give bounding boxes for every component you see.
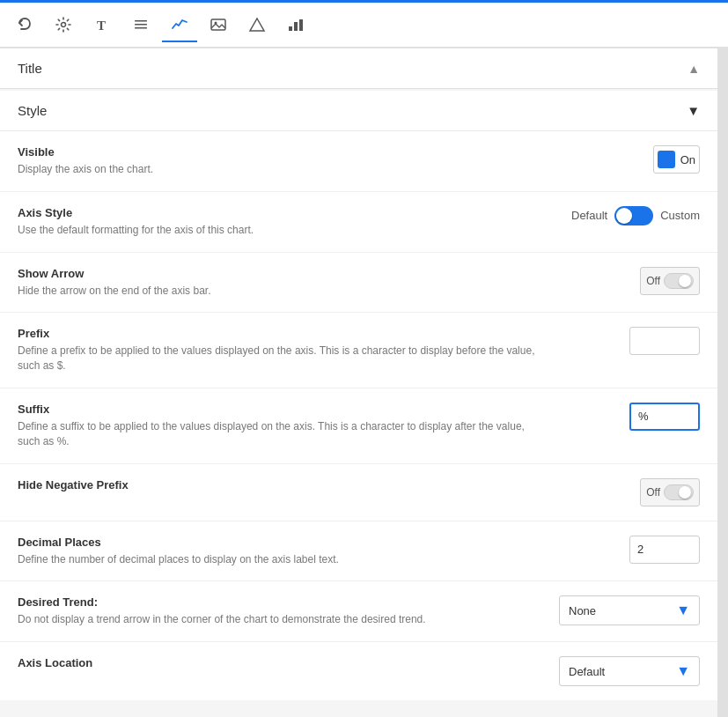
prefix-setting-left: Prefix Define a prefix to be applied to … xyxy=(18,327,546,373)
axis-style-setting-left: Axis Style Use the default formatting fo… xyxy=(18,206,546,238)
suffix-label: Suffix xyxy=(18,403,546,416)
visible-on-indicator xyxy=(658,151,675,168)
svg-rect-5 xyxy=(211,19,225,30)
decimal-places-input[interactable] xyxy=(629,536,700,564)
suffix-setting-row: Suffix Define a suffix to be applied to … xyxy=(0,388,717,464)
style-section-label: Style xyxy=(18,103,47,118)
show-arrow-setting-left: Show Arrow Hide the arrow on the end of … xyxy=(18,267,546,299)
show-arrow-desc: Hide the arrow on the end of the axis ba… xyxy=(18,284,546,299)
svg-rect-9 xyxy=(294,22,298,31)
suffix-desc: Define a suffix to be applied to the val… xyxy=(18,419,546,449)
title-chevron: ▲ xyxy=(688,62,700,76)
prefix-setting-right xyxy=(621,327,700,355)
axis-style-desc: Use the default formatting for the axis … xyxy=(18,223,546,238)
axis-style-pill-knob xyxy=(616,208,632,224)
settings-button[interactable] xyxy=(46,7,81,42)
hide-negative-prefix-off-text: Off xyxy=(646,486,660,499)
chart-bar-button[interactable] xyxy=(278,7,313,42)
axis-style-toggle[interactable]: Default Custom xyxy=(571,206,700,225)
svg-rect-3 xyxy=(135,24,147,26)
visible-toggle[interactable]: On xyxy=(653,145,700,174)
axis-location-value: Default xyxy=(569,665,605,678)
hide-negative-prefix-label: Hide Negative Prefix xyxy=(18,478,546,492)
shape-button[interactable] xyxy=(239,7,275,42)
axis-location-arrow-icon: ▼ xyxy=(676,663,690,679)
suffix-setting-left: Suffix Define a suffix to be applied to … xyxy=(18,403,546,449)
hide-negative-prefix-setting-left: Hide Negative Prefix xyxy=(18,478,546,495)
prefix-desc: Define a prefix to be applied to the val… xyxy=(18,344,546,373)
desired-trend-setting-row: Desired Trend: Do not display a trend ar… xyxy=(0,581,717,642)
visible-label: Visible xyxy=(18,145,546,159)
desired-trend-desc: Do not display a trend arrow in the corn… xyxy=(18,612,546,627)
visible-setting-left: Visible Display the axis on the chart. xyxy=(18,145,546,177)
style-section-header[interactable]: Style ▼ xyxy=(0,91,717,131)
toolbar: T xyxy=(0,3,728,48)
axis-style-label: Axis Style xyxy=(18,206,546,219)
desired-trend-value: None xyxy=(569,604,596,617)
hide-negative-prefix-toggle[interactable]: Off xyxy=(640,478,700,506)
title-section-label: Title xyxy=(18,61,42,76)
suffix-setting-right xyxy=(621,403,700,431)
visible-desc: Display the axis on the chart. xyxy=(18,162,546,177)
axis-style-setting-right: Default Custom xyxy=(571,206,700,225)
decimal-places-setting-row: Decimal Places Define the number of deci… xyxy=(0,521,717,582)
desired-trend-setting-right: None ▼ xyxy=(559,595,700,625)
hide-negative-prefix-mini-toggle[interactable] xyxy=(664,484,694,500)
axis-location-label: Axis Location xyxy=(18,656,546,669)
axis-location-dropdown[interactable]: Default ▼ xyxy=(559,656,700,686)
axis-location-setting-row: Axis Location Default ▼ xyxy=(0,642,717,700)
visible-setting-row: Visible Display the axis on the chart. O… xyxy=(0,131,717,192)
prefix-input[interactable] xyxy=(629,327,700,355)
hide-negative-prefix-setting-row: Hide Negative Prefix Off xyxy=(0,464,717,521)
desired-trend-dropdown[interactable]: None ▼ xyxy=(559,595,700,625)
show-arrow-setting-row: Show Arrow Hide the arrow on the end of … xyxy=(0,253,717,314)
svg-text:T: T xyxy=(97,18,106,33)
svg-rect-4 xyxy=(135,27,147,29)
desired-trend-setting-left: Desired Trend: Do not display a trend ar… xyxy=(18,595,546,627)
axis-style-custom-label: Custom xyxy=(660,209,700,222)
desired-trend-arrow-icon: ▼ xyxy=(676,602,690,618)
svg-rect-10 xyxy=(299,19,303,31)
show-arrow-mini-knob xyxy=(679,275,691,287)
style-chevron: ▼ xyxy=(687,103,700,118)
show-arrow-off-text: Off xyxy=(646,275,660,287)
svg-rect-8 xyxy=(289,26,292,31)
visible-setting-right: On xyxy=(621,145,700,174)
text-button[interactable]: T xyxy=(85,7,120,42)
desired-trend-label: Desired Trend: xyxy=(18,595,546,609)
svg-rect-2 xyxy=(135,20,147,22)
show-arrow-toggle[interactable]: Off xyxy=(640,267,700,295)
axis-style-setting-row: Axis Style Use the default formatting fo… xyxy=(0,192,717,253)
scrollbar[interactable] xyxy=(717,48,728,717)
hide-negative-prefix-setting-right: Off xyxy=(621,478,700,506)
decimal-places-setting-left: Decimal Places Define the number of deci… xyxy=(18,536,546,567)
main-content: Title ▲ Style ▼ Visible Display the axis… xyxy=(0,48,728,717)
title-section-header[interactable]: Title ▲ xyxy=(0,48,717,89)
visible-on-text: On xyxy=(680,153,695,166)
axis-style-pill-toggle[interactable] xyxy=(614,206,653,225)
axis-style-default-label: Default xyxy=(571,209,607,222)
svg-point-0 xyxy=(62,23,66,27)
axis-location-setting-right: Default ▼ xyxy=(559,656,700,686)
hide-negative-prefix-mini-knob xyxy=(679,486,691,499)
show-arrow-mini-toggle[interactable] xyxy=(664,273,694,289)
decimal-places-setting-right xyxy=(621,536,700,564)
prefix-label: Prefix xyxy=(18,327,546,340)
decimal-places-label: Decimal Places xyxy=(18,536,546,549)
svg-marker-7 xyxy=(250,18,264,31)
settings-panel: Title ▲ Style ▼ Visible Display the axis… xyxy=(0,48,717,717)
decimal-places-desc: Define the number of decimal places to d… xyxy=(18,552,546,567)
undo-button[interactable] xyxy=(7,7,42,42)
chart-line-button[interactable] xyxy=(162,7,197,42)
axis-location-setting-left: Axis Location xyxy=(18,656,546,673)
image-button[interactable] xyxy=(201,7,236,42)
list-button[interactable] xyxy=(123,7,158,42)
show-arrow-label: Show Arrow xyxy=(18,267,546,280)
style-section: Style ▼ Visible Display the axis on the … xyxy=(0,91,717,700)
prefix-setting-row: Prefix Define a prefix to be applied to … xyxy=(0,313,717,388)
suffix-input[interactable] xyxy=(629,403,700,431)
show-arrow-setting-right: Off xyxy=(621,267,700,295)
